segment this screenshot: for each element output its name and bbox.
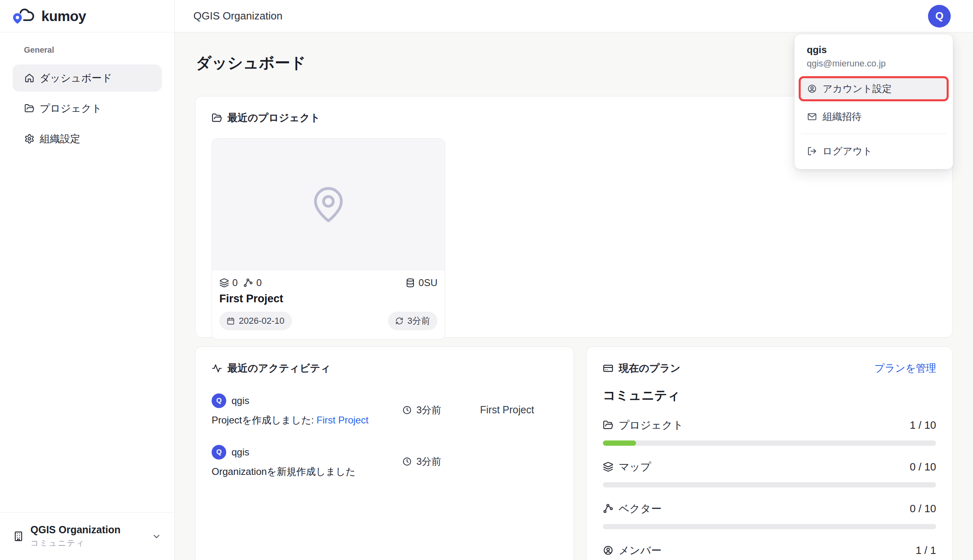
- progress-fill: [603, 440, 636, 446]
- project-name: First Project: [219, 293, 437, 305]
- activity-action-text: Projectを作成しました:: [212, 415, 317, 425]
- activity-project-link[interactable]: First Project: [317, 415, 369, 425]
- user-name: qgis: [807, 44, 941, 56]
- mail-icon: [807, 112, 817, 122]
- progress-track: [603, 440, 936, 446]
- menu-item-label: ログアウト: [823, 145, 872, 158]
- brand-logo[interactable]: kumoy: [0, 0, 174, 32]
- menu-divider: [801, 134, 946, 134]
- user-info: qgis qgis@mierune.co.jp: [795, 37, 953, 74]
- maps-count: 0: [232, 277, 238, 289]
- map-pin-icon: [309, 182, 348, 227]
- activity-description: Organizationを新規作成しました: [212, 465, 402, 478]
- activity-time: 3分前: [402, 393, 480, 426]
- layers-icon: [603, 462, 613, 472]
- usage-label: プロジェクト: [619, 419, 684, 432]
- date-badge: 2026-02-10: [219, 312, 292, 330]
- sidebar: kumoy General ダッシュボード プロジェクト 組織設定: [0, 0, 175, 560]
- plan-name: コミュニティ: [603, 387, 936, 404]
- activity-header: 最近のアクティビティ: [212, 361, 557, 375]
- usage-label: メンバー: [619, 544, 662, 557]
- plan-title: 現在のプラン: [619, 361, 680, 375]
- sidebar-item-label: 組織設定: [40, 132, 80, 145]
- nav-section-label: General: [24, 45, 162, 55]
- activity-entry-main: Q qgis Projectを作成しました: First Project: [212, 393, 402, 426]
- project-date: 2026-02-10: [239, 316, 285, 326]
- activity-user: qgis: [231, 447, 249, 458]
- clock-icon: [402, 405, 412, 415]
- activity-description: Projectを作成しました: First Project: [212, 414, 402, 426]
- user-circle-icon: [603, 545, 613, 556]
- activity-entry-main: Q qgis Organizationを新規作成しました: [212, 445, 402, 478]
- sidebar-item-org-settings[interactable]: 組織設定: [13, 125, 162, 152]
- org-switcher-plan: コミュニティ: [30, 538, 120, 549]
- user-dropdown-menu: qgis qgis@mierune.co.jp アカウント設定 組織招待 ログア…: [794, 34, 953, 169]
- org-switcher-name: QGIS Organization: [30, 524, 120, 536]
- gear-icon: [24, 134, 34, 144]
- recent-activity-card: 最近のアクティビティ Q qgis Projectを作成しました: First …: [195, 346, 574, 560]
- project-info: 0 0: [212, 271, 445, 339]
- layers-icon: [219, 278, 229, 288]
- menu-item-account-settings[interactable]: アカウント設定: [799, 76, 949, 101]
- plan-header: 現在のプラン: [603, 361, 680, 375]
- brand-name: kumoy: [41, 8, 86, 24]
- recent-projects-title: 最近のプロジェクト: [227, 111, 320, 124]
- org-switcher[interactable]: QGIS Organization コミュニティ: [0, 512, 174, 560]
- sidebar-item-dashboard[interactable]: ダッシュボード: [13, 64, 162, 92]
- usage-label: ベクター: [619, 502, 662, 515]
- sync-icon: [395, 317, 403, 325]
- chevron-down-icon[interactable]: [152, 532, 161, 541]
- activity-project-name: [480, 445, 557, 478]
- folder-open-icon: [603, 420, 613, 430]
- menu-item-org-invite[interactable]: 組織招待: [799, 105, 949, 129]
- user-avatar-button[interactable]: Q: [928, 5, 951, 28]
- usage-value: 1 / 1: [915, 544, 936, 557]
- avatar: Q: [212, 445, 226, 460]
- vector-nodes-icon: [603, 503, 613, 514]
- sidebar-item-label: ダッシュボード: [40, 71, 112, 85]
- credit-card-icon: [603, 363, 613, 374]
- usage-label: マップ: [619, 460, 651, 473]
- updated-badge: 3分前: [388, 312, 437, 330]
- usage-row-vectors: ベクター 0 / 10: [603, 502, 936, 529]
- progress-track: [603, 482, 936, 487]
- activity-action-text: Organizationを新規作成しました: [212, 466, 356, 477]
- user-email: qgis@mierune.co.jp: [807, 58, 941, 69]
- project-badges: 2026-02-10 3分前: [219, 312, 437, 330]
- building-icon: [13, 531, 24, 542]
- project-stats: 0 0: [219, 277, 437, 289]
- calendar-icon: [227, 317, 235, 325]
- storage-stat: 0SU: [405, 277, 437, 289]
- logout-icon: [807, 146, 817, 156]
- activity-entry: Q qgis Projectを作成しました: First Project 3分前…: [212, 393, 557, 426]
- manage-plan-link[interactable]: プランを管理: [874, 361, 936, 375]
- usage-value: 1 / 10: [910, 419, 936, 432]
- vector-nodes-icon: [243, 278, 253, 288]
- activity-time: 3分前: [402, 445, 480, 478]
- usage-row-members: メンバー 1 / 1: [603, 544, 936, 560]
- menu-item-logout[interactable]: ログアウト: [799, 139, 949, 163]
- sidebar-item-projects[interactable]: プロジェクト: [13, 95, 162, 122]
- activity-title: 最近のアクティビティ: [227, 361, 331, 375]
- folder-open-icon: [24, 103, 34, 113]
- usage-row-maps: マップ 0 / 10: [603, 460, 936, 487]
- home-icon: [24, 73, 34, 83]
- vectors-count: 0: [256, 277, 261, 289]
- top-header: QGIS Organization Q: [175, 0, 973, 32]
- avatar: Q: [212, 393, 226, 408]
- activity-user: qgis: [231, 395, 249, 406]
- project-card[interactable]: 0 0: [212, 138, 445, 340]
- user-circle-icon: [807, 84, 817, 94]
- activity-entry: Q qgis Organizationを新規作成しました 3分前: [212, 445, 557, 478]
- vectors-count-stat: 0: [243, 277, 261, 289]
- database-icon: [405, 278, 415, 288]
- folder-open-icon: [212, 113, 222, 123]
- menu-item-label: アカウント設定: [823, 82, 892, 95]
- usage-value: 0 / 10: [910, 460, 936, 473]
- current-plan-card: 現在のプラン プランを管理 コミュニティ プロジェクト 1 / 10: [586, 346, 953, 560]
- menu-item-label: 組織招待: [823, 110, 862, 123]
- activity-time-text: 3分前: [416, 455, 441, 468]
- activity-time-text: 3分前: [416, 404, 441, 417]
- usage-value: 0 / 10: [910, 502, 936, 515]
- project-updated: 3分前: [407, 315, 430, 327]
